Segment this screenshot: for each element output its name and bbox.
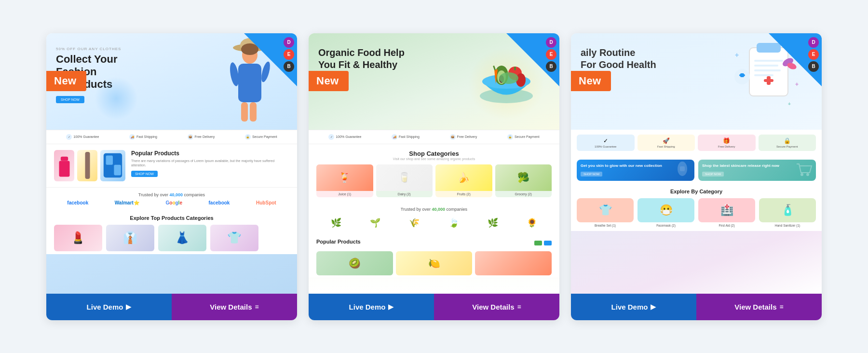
explore-img-sanitizer: 🧴 xyxy=(759,198,816,222)
payment-service-label: Secure Payment xyxy=(760,145,814,148)
live-demo-icon-health: ▶ xyxy=(651,303,656,311)
explore-img-firstaid: 🏥 xyxy=(698,198,755,222)
delivery-icon-food: 📦 xyxy=(450,134,456,140)
new-badge-food: New xyxy=(309,71,349,91)
trusted-count: 40,000 xyxy=(170,192,183,197)
svg-text:+: + xyxy=(788,101,791,107)
grocery-img: 🥦 xyxy=(495,164,552,191)
explore-title: Explore By Category xyxy=(577,189,816,194)
new-badge-health: New xyxy=(571,71,611,91)
org-icon-5: 🌿 xyxy=(488,217,498,228)
svg-rect-11 xyxy=(85,152,90,179)
trusted-text: Trusted by over 40,000 companies xyxy=(54,192,289,197)
org-icon-2: 🌱 xyxy=(370,217,380,228)
explore-label-facemask: Facemask (2) xyxy=(637,224,694,227)
fruits-label: Fruits (2) xyxy=(435,191,492,197)
view-details-btn-food[interactable]: View Details ≡ xyxy=(434,294,559,320)
card1-small-text: 50% OFF OUR ANY CLOTHES xyxy=(56,47,121,51)
card3-explore: Explore By Category 👕 Breathe Set (1) 😷 … xyxy=(571,185,822,231)
service-guarantee: ✓ 100% Guarantee xyxy=(577,135,635,151)
shipping-service-icon: 🚀 xyxy=(639,137,693,144)
service-payment: 🔒 Secure Payment xyxy=(759,135,816,151)
org-icon-4: 🍃 xyxy=(448,217,459,228)
live-demo-btn-fashion[interactable]: Live Demo ▶ xyxy=(46,294,172,320)
card2-preview: New D E B Organic Food HelpYou Fit & Hea… xyxy=(309,33,559,294)
card-fashion: New D E B 50% OFF OUR ANY CLOTHES Collec… xyxy=(46,33,297,320)
delivery-label: Free Delivery xyxy=(195,135,215,138)
org-icon-6: 🌻 xyxy=(527,217,537,228)
guarantee-service-label: 100% Guarantee xyxy=(579,145,633,148)
view-details-btn-health[interactable]: View Details ≡ xyxy=(696,294,822,320)
explore-item-sanitizer: 🧴 Hand Sanitizer (1) xyxy=(759,198,816,227)
product-thumb-1 xyxy=(54,150,74,181)
card3-service-bar: ✓ 100% Guarantee 🚀 Fast Shipping 🎁 Free … xyxy=(571,130,822,156)
card3-preview: New D E B aily RoutineFor Good Health SH… xyxy=(571,33,822,294)
svg-rect-9 xyxy=(60,156,68,161)
card1-footer: Live Demo ▶ View Details ≡ xyxy=(46,294,297,320)
categories-title: Explore Top Products Categories xyxy=(54,215,289,221)
card2-hero-title: Organic Food HelpYou Fit & Healthy xyxy=(318,47,405,71)
divi-icon-food-2: E xyxy=(546,49,556,60)
payment-label: Secure Payment xyxy=(252,135,277,138)
brand-facebook-2: facebook xyxy=(209,200,230,205)
payment-icon: 🔒 xyxy=(245,134,251,140)
shipping-icon: 🚚 xyxy=(129,134,135,140)
fruits-img: 🍌 xyxy=(435,164,492,191)
trust-item: 📦 Free Delivery xyxy=(188,134,215,140)
explore-label-breathe: Breathe Set (1) xyxy=(577,224,634,227)
card2-trust-bar: ✓ 100% Guarantee 🚚 Fast Shipping 📦 Free … xyxy=(309,130,559,144)
card1-trusted: Trusted by over 40,000 companies faceboo… xyxy=(46,188,297,210)
explore-item-breathe: 👕 Breathe Set (1) xyxy=(577,198,634,227)
products-desc: There are many variations of passages of… xyxy=(131,159,289,168)
cat-thumb-3: 👗 xyxy=(158,225,206,251)
explore-items: 👕 Breathe Set (1) 😷 Facemask (2) 🏥 First… xyxy=(577,198,816,227)
card3-footer: Live Demo ▶ View Details ≡ xyxy=(571,294,822,320)
grocery-label: Grocery (2) xyxy=(495,191,552,197)
divi-ribbon-health: D E B xyxy=(769,33,822,86)
popular-badge xyxy=(534,241,552,245)
delivery-label-food: Free Delivery xyxy=(457,135,477,138)
promo-illustration-2 xyxy=(794,160,814,178)
svg-rect-13 xyxy=(106,156,113,165)
divi-icon-health-3: B xyxy=(808,61,819,72)
svg-rect-38 xyxy=(740,73,744,77)
service-delivery: 🎁 Free Delivery xyxy=(698,135,756,151)
shipping-label-food: Fast Shipping xyxy=(399,135,420,138)
card1-preview: New D E B 50% OFF OUR ANY CLOTHES Collec… xyxy=(46,33,297,294)
divi-ribbon-food: D E B xyxy=(506,33,559,86)
shop-cats-title: Shop Categories xyxy=(316,150,552,157)
divi-icon-health-1: D xyxy=(808,37,819,48)
view-details-btn-fashion[interactable]: View Details ≡ xyxy=(172,294,297,320)
products-title: Popular Products xyxy=(131,150,289,157)
live-demo-btn-health[interactable]: Live Demo ▶ xyxy=(571,294,696,320)
payment-label-food: Secure Payment xyxy=(515,135,540,138)
card3-hero-title: aily RoutineFor Good Health xyxy=(581,47,656,71)
divi-icon-3: B xyxy=(284,61,294,72)
promo-card-latest: Shop the latest skincare release right n… xyxy=(698,160,816,181)
card1-products: Popular Products There are many variatio… xyxy=(46,144,297,187)
explore-item-facemask: 😷 Facemask (2) xyxy=(637,198,694,227)
badge-green xyxy=(534,241,542,245)
product-info: Popular Products There are many variatio… xyxy=(131,150,289,177)
cards-container: New D E B 50% OFF OUR ANY CLOTHES Collec… xyxy=(10,33,858,320)
brand-facebook-1: facebook xyxy=(67,200,88,205)
trust-item: 🚚 Fast Shipping xyxy=(129,134,157,140)
card1-categories: Explore Top Products Categories 💄 👔 👗 👕 xyxy=(46,210,297,254)
food-cat-fruits: 🍌 Fruits (2) xyxy=(435,164,492,197)
card2-popular: Popular Products 🥝 🍋 xyxy=(309,235,559,277)
new-badge-fashion: New xyxy=(46,71,86,91)
live-demo-label-health: Live Demo xyxy=(611,303,648,311)
promo-illustration-1 xyxy=(673,160,692,178)
food-cat-dairy: 🥛 Dairy (2) xyxy=(376,164,433,197)
food-cat-juice: 🍹 Juice (1) xyxy=(316,164,373,197)
card3-promo-row: Get you skin to glow with our new collec… xyxy=(571,156,822,185)
product-thumb-2 xyxy=(77,150,97,181)
cat-thumb-1: 💄 xyxy=(54,225,102,251)
svg-point-44 xyxy=(800,173,803,176)
shipping-service-label: Fast Shipping xyxy=(639,145,693,148)
brand-hubspot: HubSpot xyxy=(256,200,276,205)
trust-item: ✓ 100% Guarantee xyxy=(66,134,99,140)
live-demo-btn-food[interactable]: Live Demo ▶ xyxy=(309,294,434,320)
svg-rect-10 xyxy=(59,161,69,176)
pop-prod-1: 🥝 xyxy=(316,251,393,275)
